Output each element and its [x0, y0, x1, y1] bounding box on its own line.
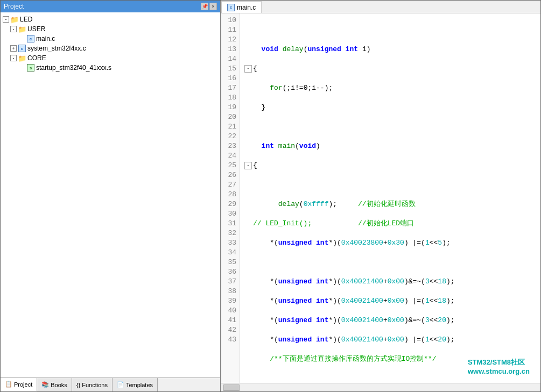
- line-numbers: 10 11 12 13 14 15 16 17 18 19 20 21 22 2…: [221, 13, 240, 383]
- tree-item-system[interactable]: + c system_stm32f4xx.c: [1, 44, 220, 53]
- tree-item-mainc[interactable]: c main.c: [1, 34, 220, 44]
- led-folder-icon: 📁: [10, 15, 19, 24]
- tree-item-core[interactable]: - 📁 CORE: [1, 53, 220, 63]
- templates-tab-label: Templates: [126, 382, 153, 388]
- tree-item-led[interactable]: - 📁 LED: [1, 15, 220, 24]
- tab-books[interactable]: 📚 Books: [37, 378, 72, 391]
- tab-project[interactable]: 📋 Project: [1, 378, 37, 391]
- project-tab-icon: 📋: [5, 381, 12, 388]
- startup-file-icon: s: [26, 63, 35, 72]
- project-tab-label: Project: [14, 381, 32, 388]
- project-tree: - 📁 LED - 📁 USER c: [1, 12, 220, 377]
- editor-tab-icon: c: [227, 4, 235, 11]
- c-file-icon: c: [27, 35, 34, 42]
- editor-tab-label: main.c: [237, 4, 256, 11]
- books-tab-icon: 📚: [41, 381, 49, 388]
- functions-tab-icon: {}: [76, 382, 80, 388]
- expand-system[interactable]: +: [10, 45, 17, 52]
- c-file-icon2: c: [18, 45, 26, 52]
- expand-user[interactable]: -: [10, 26, 17, 32]
- system-file-icon: c: [18, 44, 26, 53]
- code-area[interactable]: 10 11 12 13 14 15 16 17 18 19 20 21 22 2…: [221, 13, 540, 391]
- editor-tab-bar: c main.c: [221, 1, 540, 13]
- user-folder-icon: 📁: [18, 25, 26, 33]
- close-panel-button[interactable]: ×: [209, 3, 217, 10]
- expand-led[interactable]: -: [3, 16, 9, 23]
- startup-label: startup_stm32f40_41xxx.s: [36, 64, 111, 72]
- core-folder-icon: 📁: [18, 54, 26, 62]
- templates-tab-icon: 📄: [117, 381, 124, 388]
- tab-functions[interactable]: {} Functions: [72, 378, 113, 391]
- user-label: USER: [27, 25, 45, 33]
- bottom-tab-bar: 📋 Project 📚 Books {} Functions 📄 Templat…: [1, 377, 220, 391]
- fold-12[interactable]: -: [244, 65, 252, 73]
- books-tab-label: Books: [51, 382, 67, 388]
- code-content[interactable]: void delay(unsigned int i) -{ for(;i!=0;…: [240, 13, 540, 383]
- tab-templates[interactable]: 📄 Templates: [113, 378, 158, 391]
- expand-core[interactable]: -: [10, 55, 17, 61]
- mainc-label: main.c: [36, 35, 55, 42]
- tree-item-startup[interactable]: s startup_stm32f40_41xxx.s: [1, 63, 220, 73]
- horizontal-scrollbar[interactable]: [221, 383, 540, 391]
- code-editor-panel: c main.c 10 11 12 13 14 15 16 17: [221, 1, 540, 391]
- mainc-icon: c: [26, 34, 35, 43]
- functions-tab-label: Functions: [82, 382, 108, 388]
- editor-tab-mainc[interactable]: c main.c: [221, 1, 262, 13]
- pin-button[interactable]: 📌: [201, 3, 208, 10]
- core-label: CORE: [27, 54, 46, 62]
- system-label: system_stm32f4xx.c: [27, 45, 86, 52]
- fold-17[interactable]: -: [244, 162, 252, 169]
- panel-title: Project: [4, 3, 24, 10]
- tree-item-user[interactable]: - 📁 USER: [1, 24, 220, 34]
- s-file-icon: s: [27, 64, 34, 72]
- led-label: LED: [20, 16, 32, 23]
